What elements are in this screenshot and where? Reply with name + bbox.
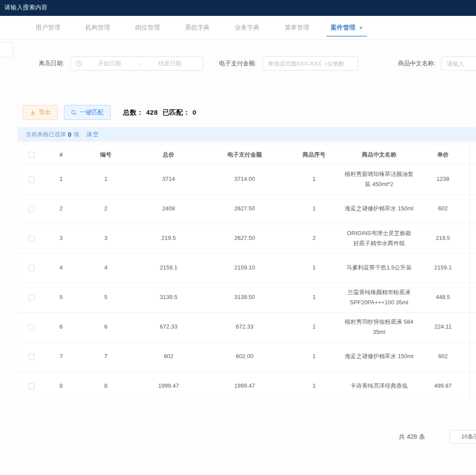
column-header: 编号 bbox=[77, 146, 134, 165]
row-checkbox-cell bbox=[18, 349, 45, 364]
table-cell: 1999.47 bbox=[134, 377, 203, 396]
column-header: 电子支付金额 bbox=[203, 146, 286, 165]
tab-label: 系统字典 bbox=[185, 24, 210, 32]
tab-5[interactable]: 业务字典 bbox=[222, 16, 272, 39]
table-cell: 7 bbox=[77, 347, 134, 366]
start-date-placeholder[interactable]: 开始日期 bbox=[82, 60, 137, 67]
export-button[interactable]: 导出 bbox=[23, 105, 58, 120]
date-range-picker[interactable]: 开始日期 - 结束日期 bbox=[70, 56, 203, 71]
tab-close-icon[interactable]: × bbox=[359, 24, 363, 31]
export-button-label: 导出 bbox=[39, 108, 51, 116]
clipped-side-panel bbox=[0, 42, 13, 57]
table-cell: 1238 bbox=[416, 170, 469, 189]
row-checkbox[interactable] bbox=[28, 236, 34, 242]
table-cell: 3139.5 bbox=[134, 288, 203, 307]
table-cell: 4 bbox=[77, 258, 134, 277]
tab-6[interactable]: 菜单管理 bbox=[272, 16, 322, 39]
column-header: 商品中文名称 bbox=[342, 146, 416, 165]
row-checkbox-cell bbox=[18, 320, 45, 335]
clear-selection-link[interactable]: 清空 bbox=[86, 131, 100, 138]
column-header: 总价 bbox=[134, 146, 203, 165]
table-cell: 1 bbox=[286, 170, 342, 189]
table-cell: 海蓝之谜修护精萃水 150ml bbox=[342, 347, 416, 366]
tab-bar: 用户管理机构管理岗位管理系统字典业务字典菜单管理案件管理× bbox=[0, 16, 476, 40]
table-cell: 兰蔻菁纯臻颜精华粉底液SPF20PA+++100 35ml bbox=[342, 283, 416, 312]
table-cell: 植村秀新琥珀臻萃洁颜油套装 450ml*2 bbox=[342, 165, 416, 194]
top-navbar: 请输入搜索内容 bbox=[0, 0, 476, 16]
table-row: 77602602.001海蓝之谜修护精萃水 150ml602 bbox=[18, 342, 476, 372]
table-row: 442159.12159.101马爹利蓝带干邑1.5公升装2159.1 bbox=[18, 254, 476, 283]
table-cell: 1 bbox=[286, 199, 342, 218]
table-cell: 1 bbox=[77, 170, 134, 189]
column-header: 单价 bbox=[416, 146, 469, 165]
table-cell: 6 bbox=[77, 318, 134, 337]
table-cell: 219.5 bbox=[416, 229, 469, 248]
table-cell: 2408 bbox=[134, 199, 203, 218]
table-cell: 2 bbox=[286, 229, 342, 248]
selection-prefix: 当前表格已选择 bbox=[26, 131, 66, 138]
selection-info-bar: 当前表格已选择 0 项 清空 bbox=[18, 127, 476, 142]
matched-value: 0 bbox=[193, 108, 197, 116]
header-search-input[interactable]: 请输入搜索内容 bbox=[4, 4, 48, 11]
row-checkbox-cell bbox=[18, 231, 45, 246]
product-name-input[interactable] bbox=[441, 56, 476, 71]
end-date-placeholder[interactable]: 结束日期 bbox=[142, 60, 197, 67]
table-cell: 3139.50 bbox=[203, 288, 286, 307]
table-header-row: #编号总价电子支付金额商品序号商品中文名称单价 bbox=[18, 146, 476, 165]
tab-3[interactable]: 岗位管理 bbox=[123, 16, 172, 39]
table-cell: 1 bbox=[45, 170, 77, 189]
epayment-amount-input[interactable] bbox=[262, 56, 358, 71]
table-cell: 672.33 bbox=[134, 318, 203, 337]
table-cell: 8 bbox=[77, 377, 134, 396]
row-checkbox[interactable] bbox=[28, 265, 34, 271]
epayment-amount-label: 电子支付金额: bbox=[219, 60, 257, 67]
row-checkbox-cell bbox=[18, 290, 45, 305]
table-cell: 3714 bbox=[134, 170, 203, 189]
table-cell: 2159.1 bbox=[134, 258, 203, 277]
table-cell: 1 bbox=[286, 258, 342, 277]
table-row: 66672.33672.331植村秀羽纱持妆粉底液 584 35ml224.11 bbox=[18, 313, 476, 342]
table-cell: 5 bbox=[77, 288, 134, 307]
table-cell: 499.87 bbox=[416, 377, 469, 396]
row-checkbox[interactable] bbox=[28, 206, 34, 212]
row-checkbox[interactable] bbox=[28, 383, 34, 389]
one-click-match-button[interactable]: 一键匹配 bbox=[64, 105, 111, 120]
selection-count: 0 bbox=[68, 131, 71, 138]
tab-label: 岗位管理 bbox=[135, 24, 160, 32]
row-checkbox[interactable] bbox=[28, 295, 34, 301]
page-size-select[interactable]: 10条/页 bbox=[450, 430, 476, 444]
row-checkbox[interactable] bbox=[28, 176, 34, 183]
select-all-checkbox[interactable] bbox=[28, 152, 34, 158]
row-checkbox-cell bbox=[18, 202, 45, 217]
toolbar: 导出 一键匹配 总数：428 已匹配：0 bbox=[23, 105, 199, 120]
row-checkbox-cell bbox=[18, 379, 45, 394]
table-cell: 2159.1 bbox=[416, 258, 469, 277]
tab-7[interactable]: 案件管理× bbox=[322, 16, 372, 39]
table-cell: 植村秀羽纱持妆粉底液 584 35ml bbox=[342, 313, 416, 342]
table-cell: 5 bbox=[45, 288, 77, 307]
table-cell: 1999.47 bbox=[203, 377, 286, 396]
one-click-match-label: 一键匹配 bbox=[80, 108, 104, 116]
table-row: 553139.53139.501兰蔻菁纯臻颜精华粉底液SPF20PA+++100… bbox=[18, 283, 476, 313]
tab-4[interactable]: 系统字典 bbox=[172, 16, 222, 39]
table-row: 2224082627.501海蓝之谜修护精萃水 150ml602 bbox=[18, 194, 476, 224]
filter-epayment-amount: 电子支付金额: bbox=[219, 56, 358, 71]
table-cell: 3714.00 bbox=[203, 170, 286, 189]
table-cell: 602 bbox=[416, 347, 469, 366]
table-cell: ORIGINS韦博士灵芝焕能好底子精华水两件组 bbox=[342, 224, 416, 253]
tab-label: 用户管理 bbox=[36, 24, 60, 32]
tab-label: 案件管理 bbox=[331, 24, 355, 32]
total-label: 总数： bbox=[123, 108, 144, 116]
date-range-separator: - bbox=[137, 60, 142, 67]
tab-2[interactable]: 机构管理 bbox=[73, 16, 123, 39]
tab-1[interactable]: 用户管理 bbox=[23, 16, 73, 39]
table-cell: 8 bbox=[45, 377, 77, 396]
row-checkbox[interactable] bbox=[28, 354, 34, 360]
table-cell: 448.5 bbox=[416, 288, 469, 307]
filter-departure-date: 离岛日期: 开始日期 - 结束日期 bbox=[39, 56, 203, 71]
row-checkbox[interactable] bbox=[28, 324, 34, 330]
table-cell: 4 bbox=[45, 258, 77, 277]
table-cell: 3 bbox=[77, 229, 134, 248]
tab-label: 机构管理 bbox=[86, 24, 110, 32]
table-row: 881999.471999.471卡诗菁纯亮泽经典香氛499.87 bbox=[18, 372, 476, 399]
